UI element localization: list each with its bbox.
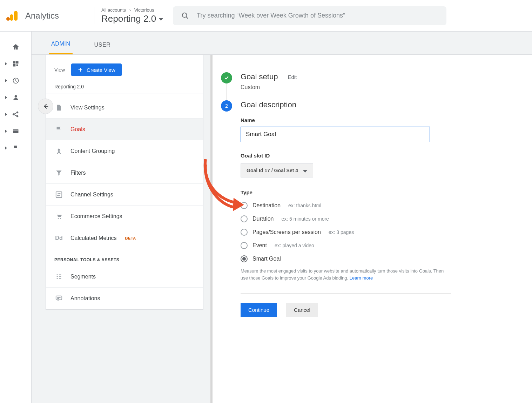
- search-bar[interactable]: Try searching “Week over Week Growth of …: [173, 6, 446, 25]
- logo-block[interactable]: Analytics: [6, 9, 87, 22]
- svg-point-2: [6, 17, 10, 21]
- svg-line-4: [186, 16, 188, 19]
- svg-rect-1: [10, 14, 13, 21]
- svg-point-3: [182, 13, 187, 17]
- analytics-logo-icon: [6, 9, 19, 22]
- svg-rect-0: [14, 11, 18, 21]
- chevron-right-icon: ›: [129, 7, 131, 13]
- chevron-down-icon: [159, 18, 163, 21]
- divider: [94, 7, 94, 24]
- top-header: Analytics All accounts › Victorious Repo…: [0, 0, 532, 32]
- breadcrumb: All accounts › Victorious: [101, 7, 163, 13]
- search-icon: [181, 12, 189, 20]
- search-placeholder: Try searching “Week over Week Growth of …: [197, 12, 345, 19]
- account-selector[interactable]: All accounts › Victorious Reporting 2.0: [101, 7, 163, 24]
- logo-text: Analytics: [25, 11, 59, 21]
- breadcrumb-item: All accounts: [101, 7, 126, 13]
- breadcrumb-item: Victorious: [134, 7, 154, 13]
- account-title: Reporting 2.0: [101, 13, 156, 24]
